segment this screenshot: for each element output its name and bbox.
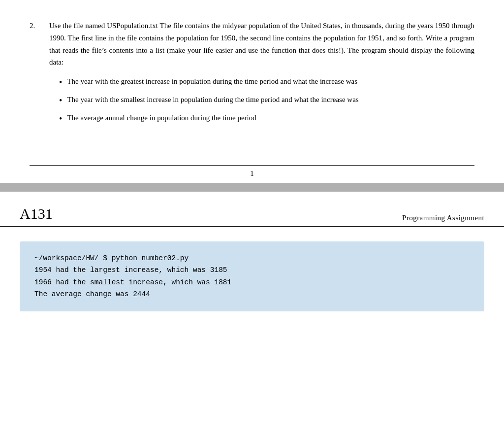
question-2-block: 2. Use the file named USPopulation.txt T… bbox=[30, 20, 474, 131]
code-line-2: 1954 had the largest increase, which was… bbox=[34, 264, 470, 276]
code-block: ~/workspace/HW/ $ python number02.py1954… bbox=[34, 252, 470, 301]
bullet-item-1: •The year with the greatest increase in … bbox=[59, 75, 474, 89]
bullet-text-3: The average annual change in population … bbox=[67, 112, 474, 124]
bullet-text-2: The year with the smallest increase in p… bbox=[67, 94, 474, 106]
bullet-dot-icon: • bbox=[59, 95, 62, 107]
question-body: Use the file named USPopulation.txt The … bbox=[49, 20, 474, 68]
bullet-dot-icon: • bbox=[59, 76, 62, 89]
page-top-section: 2. Use the file named USPopulation.txt T… bbox=[0, 0, 504, 155]
header-left-label: A131 bbox=[20, 205, 53, 222]
page-bottom-section: A131 Programming Assignment ~/workspace/… bbox=[0, 192, 504, 312]
bullet-item-2: •The year with the smallest increase in … bbox=[59, 94, 474, 107]
code-block-wrapper: ~/workspace/HW/ $ python number02.py1954… bbox=[20, 241, 484, 312]
page-number: 1 bbox=[250, 169, 254, 177]
question-content: Use the file named USPopulation.txt The … bbox=[49, 20, 474, 131]
bullet-text-1: The year with the greatest increase in p… bbox=[67, 75, 474, 88]
header-right-label: Programming Assignment bbox=[402, 214, 484, 222]
gray-divider bbox=[0, 183, 504, 192]
code-line-1: ~/workspace/HW/ $ python number02.py bbox=[34, 252, 470, 265]
bullet-dot-icon: • bbox=[59, 113, 62, 125]
code-line-4: The average change was 2444 bbox=[34, 288, 470, 301]
page-number-area: 1 bbox=[0, 169, 504, 183]
bullet-item-3: •The average annual change in population… bbox=[59, 112, 474, 125]
footer-divider bbox=[30, 165, 474, 166]
header-bar: A131 Programming Assignment bbox=[0, 192, 504, 227]
code-line-3: 1966 had the smallest increase, which wa… bbox=[34, 276, 470, 289]
question-number: 2. bbox=[30, 20, 49, 131]
bullet-list: •The year with the greatest increase in … bbox=[59, 75, 474, 126]
